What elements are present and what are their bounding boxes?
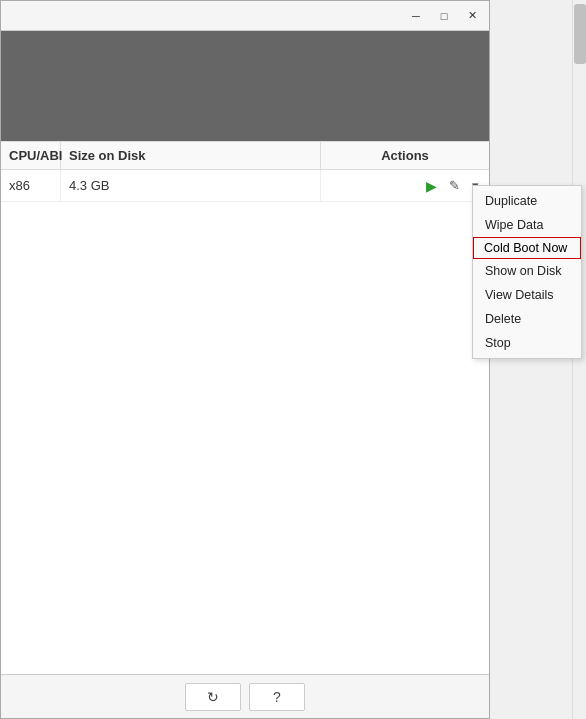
header-area (1, 31, 489, 141)
scrollbar[interactable] (572, 0, 586, 719)
title-bar: ─ □ ✕ (1, 1, 489, 31)
context-item-view-details[interactable]: View Details (473, 283, 581, 307)
row-cpu-value: x86 (1, 170, 61, 201)
context-item-duplicate[interactable]: Duplicate (473, 189, 581, 213)
context-item-stop[interactable]: Stop (473, 331, 581, 355)
context-item-cold-boot-now[interactable]: Cold Boot Now (473, 237, 581, 259)
row-size-value: 4.3 GB (61, 170, 321, 201)
context-item-delete[interactable]: Delete (473, 307, 581, 331)
play-icon: ▶ (426, 178, 437, 194)
table-header: CPU/ABI Size on Disk Actions (1, 142, 489, 170)
column-header-size: Size on Disk (61, 142, 321, 169)
refresh-button[interactable]: ↻ (185, 683, 241, 711)
scrollbar-thumb (574, 4, 586, 64)
edit-icon: ✎ (449, 178, 460, 193)
context-item-wipe-data[interactable]: Wipe Data (473, 213, 581, 237)
help-button[interactable]: ? (249, 683, 305, 711)
column-header-actions: Actions (321, 142, 489, 169)
context-menu: Duplicate Wipe Data Cold Boot Now Show o… (472, 185, 582, 359)
context-item-show-on-disk[interactable]: Show on Disk (473, 259, 581, 283)
row-actions: ▶ ✎ ▾ (321, 170, 489, 201)
title-bar-buttons: ─ □ ✕ (403, 5, 485, 27)
maximize-button[interactable]: □ (431, 5, 457, 27)
edit-button[interactable]: ✎ (445, 176, 464, 195)
refresh-icon: ↻ (207, 689, 219, 705)
help-icon: ? (273, 689, 281, 705)
minimize-button[interactable]: ─ (403, 5, 429, 27)
column-header-cpu: CPU/ABI (1, 142, 61, 169)
close-button[interactable]: ✕ (459, 5, 485, 27)
table-row: x86 4.3 GB ▶ ✎ ▾ (1, 170, 489, 202)
play-button[interactable]: ▶ (422, 176, 441, 196)
bottom-toolbar: ↻ ? (1, 674, 489, 718)
table-area: CPU/ABI Size on Disk Actions x86 4.3 GB … (1, 141, 489, 674)
main-window: ─ □ ✕ CPU/ABI Size on Disk Actions x86 4… (0, 0, 490, 719)
